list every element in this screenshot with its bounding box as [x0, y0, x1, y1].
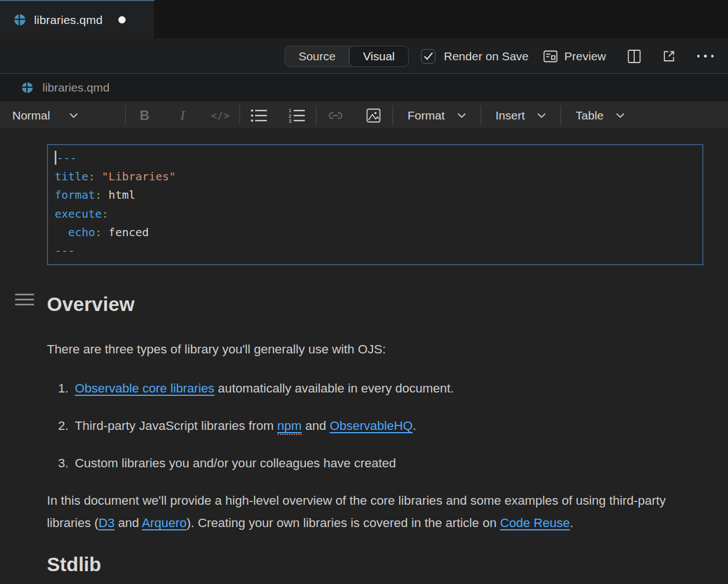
table-menu[interactable]: Table	[561, 109, 639, 122]
code-line: ---	[55, 149, 696, 167]
render-on-save-checkbox[interactable]	[421, 49, 435, 64]
code-line: title: "Libraries"	[55, 167, 696, 186]
bold-button[interactable]: B	[126, 108, 164, 123]
link-button[interactable]	[317, 109, 355, 122]
numbered-list-icon: 1 2 3	[289, 108, 305, 123]
yaml-token: format	[55, 188, 95, 202]
split-editor-button[interactable]	[628, 49, 641, 64]
link-observable-core-libraries[interactable]: Observable core libraries	[75, 381, 214, 395]
list-item: 1.Observable core libraries automaticall…	[58, 377, 681, 400]
closing-paragraph: In this document we'll provide a high-le…	[47, 490, 683, 534]
code-line: echo: fenced	[55, 223, 696, 242]
table-menu-label: Table	[576, 109, 604, 122]
chevron-down-icon	[69, 113, 78, 118]
quarto-icon	[21, 82, 33, 94]
yaml-token: ---	[55, 244, 75, 257]
tab-libraries-qmd[interactable]: libraries.qmd	[0, 0, 155, 39]
chevron-down-icon	[616, 113, 625, 118]
list-item-text: Custom libraries you and/or your colleag…	[75, 452, 396, 475]
insert-menu[interactable]: Insert	[481, 109, 561, 122]
preview-label: Preview	[564, 50, 606, 63]
heading-overview: Overview	[47, 293, 728, 315]
render-on-save-control: Render on Save	[421, 49, 529, 64]
quarto-icon	[13, 13, 26, 26]
svg-text:2: 2	[289, 113, 291, 118]
render-on-save-label: Render on Save	[444, 50, 529, 63]
yaml-token: :	[88, 170, 95, 183]
yaml-token: execute	[55, 207, 102, 221]
link-d3[interactable]: D3	[99, 516, 115, 530]
yaml-token: ---	[57, 151, 77, 165]
yaml-token	[55, 226, 68, 239]
list-item-number: 1.	[58, 377, 75, 400]
intro-paragraph: There are three types of library you'll …	[47, 338, 681, 361]
bullet-list-button[interactable]	[240, 108, 278, 123]
library-types-list: 1.Observable core libraries automaticall…	[58, 377, 681, 475]
yaml-token: html	[102, 188, 135, 202]
chevron-down-icon	[537, 113, 546, 118]
yaml-token: fenced	[102, 226, 149, 239]
list-item-number: 2.	[58, 415, 75, 437]
preview-icon	[543, 50, 558, 63]
ellipsis-icon	[697, 55, 714, 58]
breadcrumb: libraries.qmd	[0, 74, 728, 102]
block-drag-handle-icon[interactable]	[15, 294, 34, 309]
formatting-toolbar: Normal B I </> 1 2 3	[0, 102, 728, 128]
source-visual-toggle: Source Visual	[285, 46, 409, 67]
text-cursor	[55, 151, 56, 165]
list-item: 2.Third-party JavaScript libraries from …	[58, 415, 681, 437]
code-line: format: html	[55, 186, 696, 204]
document-body: Overview There are three types of librar…	[0, 293, 728, 576]
modified-indicator	[118, 16, 126, 23]
tab-title: libraries.qmd	[34, 13, 103, 27]
yaml-token: title	[55, 170, 88, 183]
yaml-token: :	[102, 207, 108, 221]
code-line: execute:	[55, 205, 696, 223]
yaml-front-matter-block[interactable]: ---title: "Libraries"format: htmlexecute…	[47, 144, 703, 265]
list-item-text: Observable core libraries automatically …	[75, 377, 454, 400]
link-observablehq[interactable]: ObservableHQ	[329, 419, 413, 433]
svg-text:3: 3	[289, 118, 291, 123]
split-editor-icon	[628, 49, 641, 64]
format-menu[interactable]: Format	[393, 109, 481, 122]
list-item-number: 3.	[58, 452, 75, 475]
numbered-list-button[interactable]: 1 2 3	[278, 108, 316, 123]
more-actions-button[interactable]	[697, 55, 714, 58]
check-icon	[424, 52, 433, 60]
link-code-reuse[interactable]: Code Reuse	[500, 516, 570, 530]
format-menu-label: Format	[408, 109, 445, 122]
link-arquero[interactable]: Arquero	[142, 516, 186, 530]
paragraph-style-dropdown[interactable]: Normal	[0, 109, 125, 122]
open-external-button[interactable]	[662, 49, 676, 63]
image-button[interactable]	[355, 108, 392, 123]
visual-editor-canvas[interactable]: ---title: "Libraries"format: htmlexecute…	[0, 144, 728, 584]
link-icon	[328, 109, 343, 122]
paragraph-style-value: Normal	[12, 109, 50, 122]
yaml-token: :	[95, 226, 102, 239]
preview-button[interactable]: Preview	[543, 50, 606, 63]
yaml-token: "Libraries"	[102, 170, 175, 183]
yaml-token: echo	[68, 226, 95, 239]
yaml-token: :	[95, 188, 102, 202]
link-npm[interactable]: npm	[277, 419, 302, 435]
code-button[interactable]: </>	[202, 110, 240, 121]
heading-stdlib-partial: Stdlib	[47, 553, 728, 576]
tab-bar: libraries.qmd	[0, 0, 728, 39]
breadcrumb-file[interactable]: libraries.qmd	[42, 81, 109, 94]
list-item: 3.Custom libraries you and/or your colle…	[58, 452, 681, 475]
italic-button[interactable]: I	[164, 108, 202, 123]
editor-header: Source Visual Render on Save Preview	[0, 39, 728, 74]
yaml-token	[95, 170, 102, 183]
image-icon	[366, 108, 381, 123]
open-external-icon	[662, 49, 676, 63]
source-mode-button[interactable]: Source	[285, 46, 349, 66]
code-line: ---	[55, 242, 696, 260]
visual-mode-button[interactable]: Visual	[349, 46, 409, 67]
insert-menu-label: Insert	[496, 109, 525, 122]
chevron-down-icon	[457, 113, 466, 118]
list-item-text: Third-party JavaScript libraries from np…	[75, 415, 416, 437]
bullet-list-icon	[251, 108, 267, 123]
